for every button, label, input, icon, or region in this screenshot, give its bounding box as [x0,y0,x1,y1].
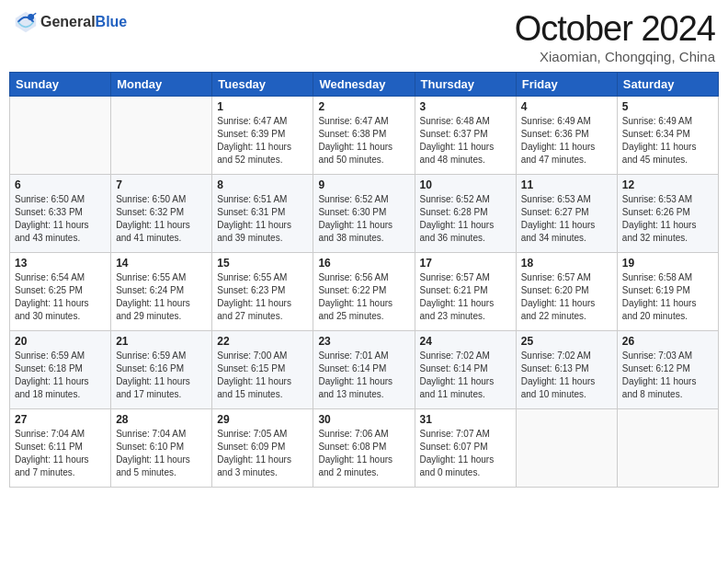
weekday-header-monday: Monday [111,73,212,97]
cell-content: Sunrise: 7:00 AMSunset: 6:15 PMDaylight:… [217,350,308,401]
calendar-cell: 12Sunrise: 6:53 AMSunset: 6:26 PMDayligh… [617,175,718,253]
cell-content: Sunrise: 6:50 AMSunset: 6:33 PMDaylight:… [15,193,106,245]
cell-content: Sunrise: 6:53 AMSunset: 6:26 PMDaylight:… [622,193,713,245]
day-number: 29 [217,413,308,426]
day-number: 28 [116,413,207,426]
cell-content: Sunrise: 6:49 AMSunset: 6:34 PMDaylight:… [622,115,713,167]
weekday-header-friday: Friday [516,73,617,97]
cell-content: Sunrise: 6:48 AMSunset: 6:37 PMDaylight:… [420,115,511,167]
cell-content: Sunrise: 6:47 AMSunset: 6:39 PMDaylight:… [217,115,308,167]
calendar-cell: 11Sunrise: 6:53 AMSunset: 6:27 PMDayligh… [516,175,617,253]
cell-content: Sunrise: 6:52 AMSunset: 6:28 PMDaylight:… [420,193,511,245]
calendar-week-2: 6Sunrise: 6:50 AMSunset: 6:33 PMDaylight… [10,175,719,253]
cell-content: Sunrise: 7:02 AMSunset: 6:14 PMDaylight:… [420,350,511,401]
cell-content: Sunrise: 6:47 AMSunset: 6:38 PMDaylight:… [318,115,409,167]
weekday-header-saturday: Saturday [617,73,718,97]
day-number: 30 [318,413,409,426]
day-number: 20 [15,335,106,348]
calendar-cell: 26Sunrise: 7:03 AMSunset: 6:12 PMDayligh… [617,331,718,409]
cell-content: Sunrise: 6:51 AMSunset: 6:31 PMDaylight:… [217,193,308,245]
day-number: 1 [217,100,308,113]
day-number: 21 [116,335,207,348]
cell-content: Sunrise: 6:49 AMSunset: 6:36 PMDaylight:… [521,115,612,167]
day-number: 31 [420,413,511,426]
calendar-cell: 31Sunrise: 7:07 AMSunset: 6:07 PMDayligh… [415,409,516,488]
calendar-cell: 20Sunrise: 6:59 AMSunset: 6:18 PMDayligh… [10,331,111,409]
day-number: 12 [622,178,713,191]
calendar-cell [516,409,617,488]
calendar-week-3: 13Sunrise: 6:54 AMSunset: 6:25 PMDayligh… [10,253,719,331]
cell-content: Sunrise: 7:04 AMSunset: 6:10 PMDaylight:… [116,428,207,479]
calendar-cell: 28Sunrise: 7:04 AMSunset: 6:10 PMDayligh… [111,409,212,488]
weekday-header-row: SundayMondayTuesdayWednesdayThursdayFrid… [10,73,719,97]
logo-blue-text: Blue [96,14,128,30]
calendar-week-4: 20Sunrise: 6:59 AMSunset: 6:18 PMDayligh… [10,331,719,409]
calendar-cell: 1Sunrise: 6:47 AMSunset: 6:39 PMDaylight… [212,97,313,175]
day-number: 23 [318,335,409,348]
day-number: 26 [622,335,713,348]
title-block: October 2024 Xiaomian, Chongqing, China [515,9,715,64]
weekday-header-sunday: Sunday [10,73,111,97]
day-number: 13 [15,257,106,270]
day-number: 19 [622,257,713,270]
logo: General Blue [13,9,127,35]
cell-content: Sunrise: 6:52 AMSunset: 6:30 PMDaylight:… [318,193,409,245]
month-title: October 2024 [515,9,715,49]
day-number: 25 [521,335,612,348]
calendar-cell: 5Sunrise: 6:49 AMSunset: 6:34 PMDaylight… [617,97,718,175]
calendar-cell: 21Sunrise: 6:59 AMSunset: 6:16 PMDayligh… [111,331,212,409]
cell-content: Sunrise: 7:03 AMSunset: 6:12 PMDaylight:… [622,350,713,401]
calendar-cell: 22Sunrise: 7:00 AMSunset: 6:15 PMDayligh… [212,331,313,409]
calendar-cell [111,97,212,175]
calendar-cell [617,409,718,488]
cell-content: Sunrise: 7:07 AMSunset: 6:07 PMDaylight:… [420,428,511,479]
calendar-cell: 14Sunrise: 6:55 AMSunset: 6:24 PMDayligh… [111,253,212,331]
calendar-cell: 18Sunrise: 6:57 AMSunset: 6:20 PMDayligh… [516,253,617,331]
day-number: 6 [15,178,106,191]
calendar-cell: 13Sunrise: 6:54 AMSunset: 6:25 PMDayligh… [10,253,111,331]
cell-content: Sunrise: 6:58 AMSunset: 6:19 PMDaylight:… [622,271,713,323]
calendar-table: SundayMondayTuesdayWednesdayThursdayFrid… [9,72,719,488]
day-number: 2 [318,100,409,113]
cell-content: Sunrise: 7:01 AMSunset: 6:14 PMDaylight:… [318,350,409,401]
day-number: 7 [116,178,207,191]
calendar-cell: 15Sunrise: 6:55 AMSunset: 6:23 PMDayligh… [212,253,313,331]
cell-content: Sunrise: 7:04 AMSunset: 6:11 PMDaylight:… [15,428,106,479]
cell-content: Sunrise: 7:02 AMSunset: 6:13 PMDaylight:… [521,350,612,401]
logo-general-text: General [40,14,96,30]
day-number: 14 [116,257,207,270]
cell-content: Sunrise: 7:06 AMSunset: 6:08 PMDaylight:… [318,428,409,479]
weekday-header-wednesday: Wednesday [313,73,415,97]
cell-content: Sunrise: 6:53 AMSunset: 6:27 PMDaylight:… [521,193,612,245]
day-number: 10 [420,178,511,191]
calendar-cell: 30Sunrise: 7:06 AMSunset: 6:08 PMDayligh… [313,409,415,488]
cell-content: Sunrise: 6:56 AMSunset: 6:22 PMDaylight:… [318,271,409,323]
logo-icon [13,9,39,35]
calendar-cell: 24Sunrise: 7:02 AMSunset: 6:14 PMDayligh… [415,331,516,409]
cell-content: Sunrise: 7:05 AMSunset: 6:09 PMDaylight:… [217,428,308,479]
day-number: 4 [521,100,612,113]
day-number: 3 [420,100,511,113]
day-number: 5 [622,100,713,113]
day-number: 15 [217,257,308,270]
day-number: 8 [217,178,308,191]
calendar-cell: 19Sunrise: 6:58 AMSunset: 6:19 PMDayligh… [617,253,718,331]
day-number: 17 [420,257,511,270]
weekday-header-tuesday: Tuesday [212,73,313,97]
calendar-cell: 10Sunrise: 6:52 AMSunset: 6:28 PMDayligh… [415,175,516,253]
day-number: 16 [318,257,409,270]
weekday-header-thursday: Thursday [415,73,516,97]
calendar-cell: 16Sunrise: 6:56 AMSunset: 6:22 PMDayligh… [313,253,415,331]
day-number: 9 [318,178,409,191]
calendar-cell: 2Sunrise: 6:47 AMSunset: 6:38 PMDaylight… [313,97,415,175]
day-number: 27 [15,413,106,426]
calendar-cell [10,97,111,175]
calendar-cell: 29Sunrise: 7:05 AMSunset: 6:09 PMDayligh… [212,409,313,488]
day-number: 22 [217,335,308,348]
calendar-cell: 7Sunrise: 6:50 AMSunset: 6:32 PMDaylight… [111,175,212,253]
calendar-cell: 9Sunrise: 6:52 AMSunset: 6:30 PMDaylight… [313,175,415,253]
calendar-cell: 4Sunrise: 6:49 AMSunset: 6:36 PMDaylight… [516,97,617,175]
page-header: General Blue October 2024 Xiaomian, Chon… [9,9,719,64]
calendar-cell: 17Sunrise: 6:57 AMSunset: 6:21 PMDayligh… [415,253,516,331]
cell-content: Sunrise: 6:59 AMSunset: 6:18 PMDaylight:… [15,350,106,401]
